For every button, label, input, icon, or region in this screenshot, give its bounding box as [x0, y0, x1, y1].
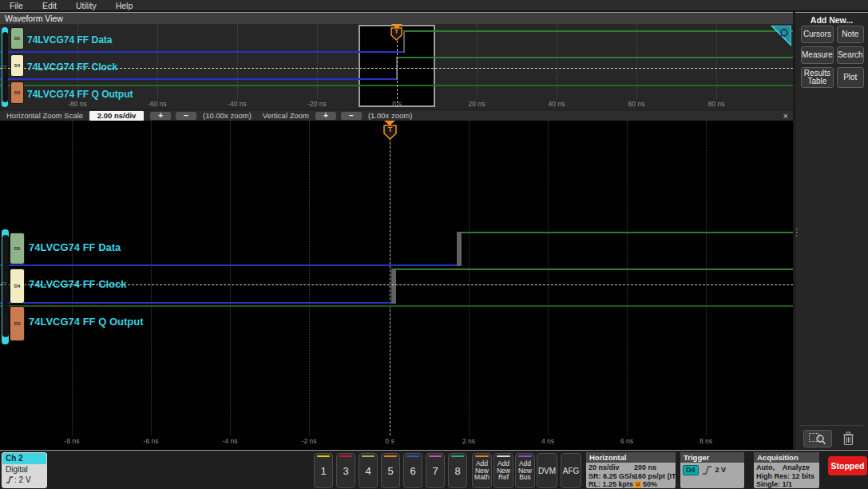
zoom-toolbar: Horizontal Zoom Scale 2.00 ns/div + − (1… [0, 109, 793, 121]
trigger-position-line [397, 41, 398, 107]
h-zoom-factor: (10.00x zoom) [203, 111, 252, 120]
trigger-panel[interactable]: Trigger D4 2 V [680, 452, 744, 488]
channel-2-mode: Digital [6, 464, 46, 475]
channel-7-button[interactable]: 7 [426, 453, 445, 488]
afg-button[interactable]: AFG [561, 453, 581, 488]
grid-line [230, 121, 231, 435]
zoom-close-button[interactable]: × [783, 111, 788, 121]
main-tick: 4 ns [541, 437, 554, 445]
trash-icon [842, 431, 854, 446]
data-wave-transition [403, 30, 405, 53]
menu-edit[interactable]: Edit [42, 1, 57, 10]
zoom-corner-icon[interactable] [771, 26, 791, 50]
channel-5-button[interactable]: 5 [381, 453, 400, 488]
overview-tick: 60 ns [628, 100, 645, 108]
h-zoom-scale-input[interactable]: 2.00 ns/div [89, 111, 144, 121]
grid-line [477, 24, 478, 99]
trigger-source-badge: D4 [683, 465, 699, 475]
trigger-panel-title: Trigger [680, 452, 744, 463]
add-results-table-button[interactable]: Results Table [801, 67, 834, 88]
channel-8-button[interactable]: 8 [448, 453, 467, 488]
data-wave-high [461, 232, 793, 233]
channel-4-button[interactable]: 4 [359, 453, 378, 488]
channel-2-threshold: : 2 V [14, 475, 31, 485]
add-plot-button[interactable]: Plot [837, 67, 864, 88]
trigger-marker[interactable]: T [383, 125, 397, 140]
h-zoom-plus-button[interactable]: + [150, 112, 171, 120]
channel-color-strip [406, 455, 419, 457]
add-note-button[interactable]: Note [837, 26, 864, 43]
horizontal-panel[interactable]: Horizontal 20 ns/div200 ns SR: 6.25 GS/s… [586, 452, 676, 488]
overview-tick: 40 ns [549, 100, 565, 108]
add-cursors-button[interactable]: Cursors [801, 26, 834, 43]
grid-line [309, 121, 310, 435]
channel-badge-d4[interactable]: D4 [10, 268, 25, 304]
data-wave-high [404, 30, 793, 32]
channel-badge-d5[interactable]: D5 [10, 233, 25, 264]
acquisition-count: Single: 1/1 [756, 480, 817, 488]
acquisition-mode: Auto, Analyze [756, 463, 817, 472]
main-tick: -4 ns [223, 437, 238, 445]
channel-1-button[interactable]: 1 [314, 453, 333, 488]
channel-label-d4[interactable]: 74LVCG74 FF Clock [27, 62, 117, 73]
channel-buttons-group: 1 3 4 5 6 7 8 [314, 453, 467, 488]
dvm-button[interactable]: DVM [537, 453, 557, 488]
main-tick: -6 ns [144, 437, 159, 445]
acquisition-panel[interactable]: Acquisition Auto, Analyze High Res: 12 b… [754, 452, 819, 488]
channel-color-strip [451, 455, 464, 457]
add-search-button[interactable]: Search [837, 46, 864, 64]
zoom-select-button[interactable] [803, 430, 832, 447]
channel-label-d4[interactable]: 74LVCG74 FF Clock [29, 278, 127, 290]
trash-button[interactable] [838, 430, 858, 447]
channel-badge-d4[interactable]: D4 [10, 54, 24, 77]
sidebar-splitter-handle[interactable]: ⋮ [792, 227, 800, 238]
grid-line [237, 24, 238, 99]
trigger-level: 2 V [715, 466, 727, 475]
channel-color-strip [362, 455, 375, 457]
data-wave-low [0, 51, 404, 53]
channel-3-button[interactable]: 3 [336, 453, 355, 488]
add-new-math-button[interactable]: Add New Math [472, 453, 492, 488]
overview-tick: -60 ns [148, 100, 167, 108]
grid-line [557, 24, 557, 99]
trigger-position-line [390, 138, 390, 435]
channel-6-button[interactable]: 6 [403, 453, 422, 488]
add-new-bus-button[interactable]: Add New Bus [515, 453, 535, 488]
channel-color-strip [317, 455, 330, 457]
add-new-ref-button[interactable]: Add New Ref [493, 453, 513, 488]
main-tick: 6 ns [620, 437, 633, 445]
v-zoom-plus-button[interactable]: + [315, 112, 336, 120]
channel-badge-d3[interactable]: D3 [10, 306, 25, 341]
group-handle-label: C2 [1, 65, 6, 70]
overview-tick: 20 ns [469, 100, 486, 108]
data-wave-low [0, 264, 458, 266]
v-zoom-minus-button[interactable]: − [341, 112, 362, 120]
rising-edge-icon [6, 476, 14, 483]
channel-label-d3[interactable]: 74LVCG74 FF Q Output [27, 89, 133, 100]
grid-line [627, 121, 628, 435]
add-measure-button[interactable]: Measure [801, 46, 834, 64]
trigger-marker[interactable]: T [390, 27, 402, 41]
ref-color-strip [497, 455, 510, 457]
channel-label-d3[interactable]: 74LVCG74 FF Q Output [29, 316, 144, 328]
digital-group-handle-pill [2, 235, 9, 337]
oscilloscope-app: File Edit Utility Help Waveform View [0, 0, 868, 489]
run-state-badge[interactable]: Stopped [828, 456, 867, 475]
channel-badge-d3[interactable]: D3 [10, 82, 24, 104]
menu-file[interactable]: File [10, 1, 23, 10]
menu-bar: File Edit Utility Help [0, 0, 868, 11]
overview-plot[interactable]: T C2 D5 D4 D3 74LVCG74 FF Data 74LVCG74 … [0, 24, 793, 109]
rising-edge-icon [702, 466, 712, 475]
channel-2-badge[interactable]: Ch 2 Digital : 2 V [2, 452, 47, 488]
menu-utility[interactable]: Utility [76, 1, 97, 10]
grid-line [151, 121, 152, 435]
channel-badge-d5[interactable]: D5 [10, 27, 24, 50]
v-zoom-factor: (1.00x zoom) [368, 111, 412, 120]
menu-help[interactable]: Help [116, 1, 133, 10]
expansion-point-icon: ∪ [634, 481, 641, 488]
h-zoom-minus-button[interactable]: − [176, 112, 196, 120]
channel-label-d5[interactable]: 74LVCG74 FF Data [27, 34, 112, 46]
main-waveform-view[interactable]: T C2 D5 D4 D3 74LVCG74 FF Data 74LVCG74 … [0, 121, 793, 450]
grid-line [469, 121, 470, 435]
channel-label-d5[interactable]: 74LVCG74 FF Data [29, 241, 121, 253]
